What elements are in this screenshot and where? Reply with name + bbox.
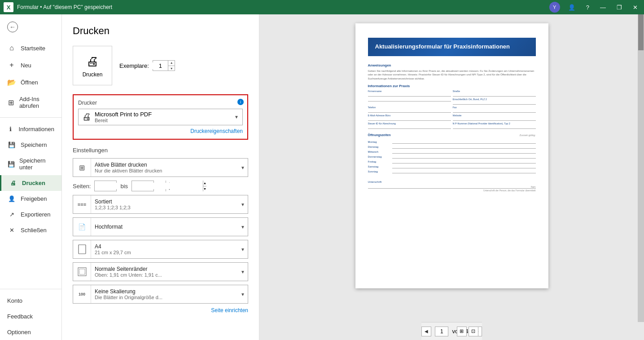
page-fit-icon[interactable]: ⊡: [469, 327, 478, 336]
doc-day-dienstag: Dienstag: [368, 145, 536, 149]
doc-day-line-montag: [392, 140, 536, 144]
doc-field-npi: N P-Nummer (National Provider Identifica…: [453, 122, 536, 129]
user-avatar[interactable]: Y: [549, 2, 560, 13]
paper-arrow: ▼: [241, 247, 248, 252]
page-layout-icon[interactable]: ⊞: [457, 327, 467, 336]
sidebar-item-exportieren[interactable]: ↗ Exportieren: [0, 207, 61, 222]
settings-label: Einstellungen: [73, 147, 248, 154]
doc-signature: Unterschrift Nam Unterschrift der Person…: [368, 181, 536, 192]
doc-field-website: Website: [453, 114, 536, 121]
doc-day-label-donnerstag: Donnerstag: [368, 155, 390, 158]
doc-day-line-sonntag: [392, 170, 536, 173]
pages-to-down[interactable]: ▼: [203, 186, 206, 192]
printer-dropdown-icon: ▼: [234, 115, 239, 119]
print-icon: 🖨: [9, 180, 18, 186]
titlebar-left: X Formular • Auf "diesem PC" gespeichert: [4, 2, 112, 12]
sidebar-item-label: Add-Ins abrufen: [19, 96, 54, 109]
doc-label-website: Website: [453, 114, 536, 117]
sheets-text: Aktive Blätter drucken Nur die aktiven B…: [91, 160, 241, 175]
pages-to-input[interactable]: [132, 183, 203, 189]
setting-scaling[interactable]: 100 Keine Skalierung Die Blätter in Orig…: [73, 285, 248, 304]
printer-properties-link[interactable]: Druckereigenschaften: [78, 128, 243, 134]
sheets-icon: ⊞: [73, 159, 91, 177]
sidebar-item-speichern[interactable]: 💾 Speichern: [0, 137, 61, 153]
doc-label-strasse: Straße: [453, 90, 536, 93]
scaling-arrow: ▼: [241, 292, 248, 297]
pages-to-up[interactable]: ▲: [203, 181, 206, 186]
prev-page-button[interactable]: ◀: [421, 327, 431, 336]
sidebar-item-label: Schließen: [21, 227, 47, 234]
doc-day-label-sonntag: Sonntag: [368, 170, 390, 173]
sidebar-item-informationen[interactable]: ℹ Informationen: [0, 121, 61, 137]
page-nav-icons: ⊞ ⊡: [457, 327, 478, 336]
drucker-section: Drucker i 🖨 Microsoft Print to PDF Berei…: [73, 94, 248, 140]
doc-line-telefon: [368, 109, 451, 113]
paper-text: A4 21 cm x 29,7 cm: [91, 242, 241, 257]
pages-to-box: ▲ ▼: [131, 181, 154, 191]
doc-field-fax: Fax: [453, 106, 536, 113]
preview-scroll[interactable]: Aktualisierungsformular für Praxisinform…: [259, 14, 644, 322]
doc-header-banner: Aktualisierungsformular für Praxisinform…: [368, 38, 536, 56]
addins-icon: ⊞: [7, 98, 15, 107]
copies-up-button[interactable]: ▲: [168, 60, 175, 66]
sidebar-item-startseite[interactable]: ⌂ Startseite: [0, 40, 61, 57]
share-button[interactable]: 👤: [565, 3, 578, 12]
paper-sub: 21 cm x 29,7 cm: [95, 250, 237, 255]
doc-day-label-dienstag: Dienstag: [368, 146, 390, 148]
help-button[interactable]: ?: [583, 3, 592, 12]
copies-down-button[interactable]: ▼: [168, 66, 175, 71]
preview-scrollbar-thumb[interactable]: [638, 14, 644, 50]
doc-line-firmenname: [368, 93, 451, 97]
preview-scrollbar[interactable]: [638, 14, 644, 322]
print-top-row: 🖨 Drucken Exemplare: ▲ ▼: [73, 46, 248, 85]
paper-icon: [73, 240, 91, 258]
doc-opening-section: Öffnungszeiten Zurzeit gültig: Montag Di…: [368, 133, 536, 173]
sidebar-item-oeffnen[interactable]: 📂 Öffnen: [0, 74, 61, 91]
sidebar-item-add-ins[interactable]: ⊞ Add-Ins abrufen: [0, 91, 61, 114]
setting-orientation[interactable]: 📄 Hochformat ▼: [73, 217, 248, 236]
printer-device-icon: 🖨: [82, 112, 91, 122]
sidebar-item-freigeben[interactable]: 👤 Freigeben: [0, 191, 61, 207]
orientation-main: Hochformat: [95, 224, 237, 230]
margins-sub: Oben: 1,91 cm Unten: 1,91 c...: [95, 272, 237, 278]
doc-sig-line: Nam: [368, 184, 536, 189]
doc-field-telefon: Telefon: [368, 106, 451, 113]
setting-collated[interactable]: ≡≡≡ Sortiert 1;2;3 1;2;3 1;2;3 ▼: [73, 195, 248, 214]
sidebar-item-feedback[interactable]: Feedback: [0, 309, 61, 324]
printer-info: Microsoft Print to PDF Bereit: [95, 111, 234, 123]
margins-text: Normale Seitenränder Oben: 1,91 cm Unten…: [91, 264, 241, 279]
info-icon[interactable]: i: [237, 99, 244, 105]
page-number-input[interactable]: [435, 327, 448, 336]
setting-margins[interactable]: Normale Seitenränder Oben: 1,91 cm Unten…: [73, 262, 248, 281]
doc-field-row-2: Telefon Fax: [368, 106, 536, 113]
print-panel: Drucken 🖨 Drucken Exemplare: ▲ ▼: [62, 14, 259, 340]
sidebar-item-neu[interactable]: + Neu: [0, 57, 61, 74]
setting-paper[interactable]: A4 21 cm x 29,7 cm ▼: [73, 240, 248, 259]
back-button[interactable]: ←: [0, 18, 61, 36]
minimize-button[interactable]: —: [597, 3, 609, 12]
setting-sheets[interactable]: ⊞ Aktive Blätter drucken Nur die aktiven…: [73, 158, 248, 177]
sidebar-item-konto[interactable]: Konto: [0, 293, 61, 309]
sidebar-item-drucken[interactable]: 🖨 Drucken: [0, 175, 61, 191]
margins-arrow: ▼: [241, 269, 248, 274]
sidebar-item-schliessen[interactable]: ✕ Schließen: [0, 222, 61, 238]
svg-rect-0: [79, 245, 86, 254]
sidebar-item-speichern-unter[interactable]: 💾 Speichern unter: [0, 153, 61, 175]
print-button-label: Drucken: [83, 71, 103, 78]
doc-day-freitag: Freitag: [368, 160, 536, 163]
doc-day-label-samstag: Samstag: [368, 165, 390, 168]
copies-field[interactable]: [153, 62, 168, 69]
titlebar: X Formular • Auf "diesem PC" gespeichert…: [0, 0, 644, 14]
print-button[interactable]: 🖨 Drucken: [73, 46, 112, 85]
doc-days: Montag Dienstag Mittwoch: [368, 140, 536, 173]
doc-field-email: E-Mail-Adresse Büro: [368, 114, 451, 121]
collated-arrow: ▼: [241, 202, 248, 207]
sidebar-item-optionen[interactable]: Optionen: [0, 324, 61, 340]
doc-day-label-montag: Montag: [368, 141, 390, 143]
doc-header-title: Aktualisierungsformular für Praxisinform…: [375, 43, 529, 51]
close-button[interactable]: ✕: [630, 3, 640, 12]
setup-link[interactable]: Seite einrichten: [73, 307, 248, 314]
printer-select[interactable]: 🖨 Microsoft Print to PDF Bereit ▼: [78, 109, 243, 125]
pages-to-spin: ▲ ▼: [203, 181, 206, 191]
restore-button[interactable]: ❐: [614, 3, 625, 12]
